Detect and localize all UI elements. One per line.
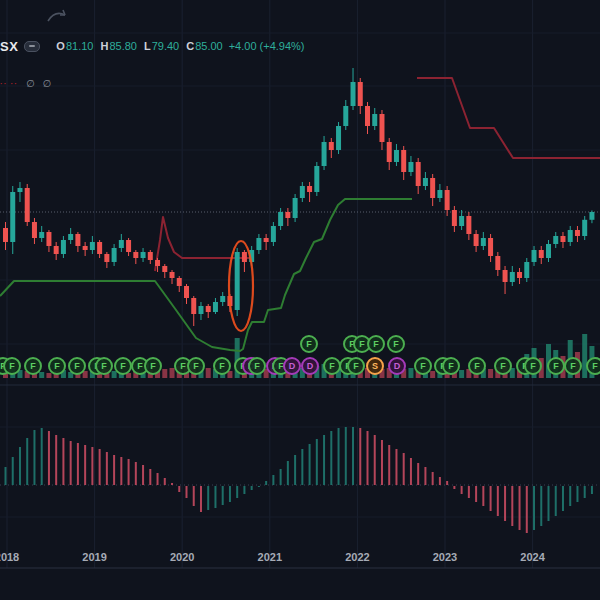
histogram-bar (417, 463, 419, 485)
signal-badge-F[interactable]: F (548, 358, 564, 374)
candle-body (264, 238, 269, 242)
signal-badge-F[interactable]: F (587, 358, 600, 374)
histogram-bar (5, 467, 7, 485)
histogram-bar (77, 443, 79, 485)
histogram-bar (403, 453, 405, 485)
svg-text:D: D (394, 361, 401, 371)
year-label[interactable]: 2024 (520, 551, 545, 563)
histogram-bar (569, 486, 571, 506)
signal-badge-D[interactable]: D (389, 358, 405, 374)
symbol-legend-row[interactable]: SX O81.10 H85.80 L79.40 C85.00 +4.00 (+4… (0, 38, 305, 54)
candle-body (408, 162, 413, 172)
candle-body (488, 238, 493, 256)
signal-badge-F[interactable]: F (249, 358, 265, 374)
signal-badge-D[interactable]: D (284, 358, 300, 374)
histogram-bar (540, 486, 542, 526)
signal-badge-F[interactable]: F (96, 358, 112, 374)
candle-body (510, 272, 515, 282)
signal-badge-F[interactable]: F (324, 358, 340, 374)
volume-bar (112, 371, 117, 378)
signal-badge-F[interactable]: F (495, 358, 511, 374)
signal-badge-S[interactable]: S (367, 358, 383, 374)
candle-body (387, 142, 392, 162)
candle-body (539, 250, 544, 258)
open-value: O81.10 (56, 40, 93, 52)
redo-arrow-icon[interactable] (46, 8, 68, 24)
year-label[interactable]: 2020 (170, 551, 194, 563)
histogram-bar (186, 486, 188, 498)
svg-text:F: F (553, 361, 559, 371)
histogram-bar (548, 486, 550, 521)
candle-body (198, 306, 203, 314)
signal-badge-F[interactable]: F (214, 358, 230, 374)
candle-body (191, 298, 196, 314)
histogram-bar (106, 452, 108, 485)
signal-badge-F[interactable]: F (415, 358, 431, 374)
ticker-symbol[interactable]: SX (0, 39, 18, 54)
histogram-bar (381, 440, 383, 485)
signal-badge-F[interactable]: F (301, 336, 317, 352)
signal-badge-F[interactable]: F (4, 358, 20, 374)
histogram-bar (374, 435, 376, 485)
indicator-label: ·· ·· (0, 79, 18, 88)
time-axis[interactable]: 2018201920202021202220232024 (0, 551, 546, 563)
trend-stop-lines (0, 78, 600, 351)
candle-body (452, 210, 457, 226)
grid-lines (0, 0, 600, 568)
signal-badge-F[interactable]: F (49, 358, 65, 374)
candle-body (560, 236, 565, 242)
signal-badge-F[interactable]: F (25, 358, 41, 374)
volume-bar (162, 369, 167, 378)
signal-badge-F[interactable]: F (469, 358, 485, 374)
candle-body (126, 240, 131, 252)
trend-line (0, 199, 412, 351)
year-label[interactable]: 2019 (82, 551, 106, 563)
candle-body (553, 236, 558, 244)
histogram-bar (229, 486, 231, 502)
candle-body (97, 242, 102, 254)
indicator-legend-row[interactable]: ·· ·· ∅ ∅ (0, 78, 51, 89)
year-label[interactable]: 2022 (345, 551, 369, 563)
candle-body (401, 150, 406, 172)
signal-badge-F[interactable]: F (145, 358, 161, 374)
svg-text:F: F (592, 361, 598, 371)
svg-text:F: F (530, 361, 536, 371)
histogram-bar (461, 486, 463, 494)
volume-bar (46, 373, 51, 378)
svg-text:F: F (373, 339, 379, 349)
signal-badge-F[interactable]: F (348, 358, 364, 374)
histogram-bar (91, 447, 93, 485)
ticker-menu-icon[interactable] (24, 41, 40, 52)
svg-text:F: F (254, 361, 260, 371)
signal-badge-F[interactable]: F (388, 336, 404, 352)
signal-badge-F[interactable]: F (443, 358, 459, 374)
svg-text:F: F (137, 361, 143, 371)
price-chart-canvas[interactable]: FFFFFFFFFFFFFFFFFFFDFDFDDFFFSDFFFFFFFFFF… (0, 0, 600, 600)
histogram-bar (410, 458, 412, 485)
histogram-bar (395, 449, 397, 485)
histogram-bar (576, 486, 578, 502)
signal-badge-F[interactable]: F (368, 336, 384, 352)
signal-badge-F[interactable]: F (525, 358, 541, 374)
year-label[interactable]: 2023 (433, 551, 457, 563)
signal-badge-F[interactable]: F (115, 358, 131, 374)
histogram-bar (352, 427, 354, 485)
year-label[interactable]: 2018 (0, 551, 19, 563)
histogram-bar (330, 431, 332, 485)
candle-body (155, 260, 160, 266)
signal-badge-D[interactable]: D (302, 358, 318, 374)
histogram-bar (193, 486, 195, 506)
svg-text:D: D (307, 361, 314, 371)
histogram-bar (12, 457, 14, 485)
candle-body (372, 114, 377, 126)
signal-badge-F[interactable]: F (565, 358, 581, 374)
histogram-bar (164, 478, 166, 485)
histogram-bar (367, 431, 369, 485)
svg-text:F: F (353, 361, 359, 371)
histogram-bar (272, 475, 274, 485)
volume-bar (488, 369, 493, 378)
svg-text:F: F (101, 361, 107, 371)
year-label[interactable]: 2021 (258, 551, 282, 563)
signal-badge-F[interactable]: F (69, 358, 85, 374)
signal-badge-F[interactable]: F (188, 358, 204, 374)
